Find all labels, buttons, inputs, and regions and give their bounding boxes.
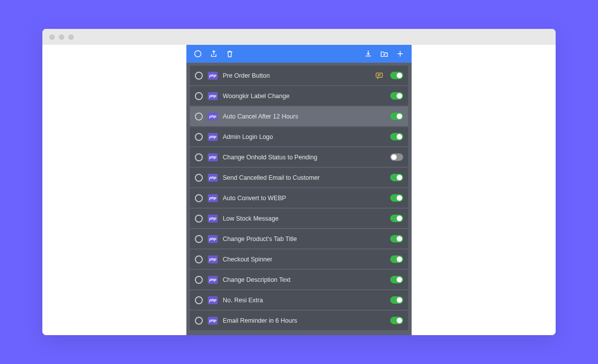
list-item[interactable]: phpPre Order Button: [190, 66, 408, 85]
list-item[interactable]: phpSend Cancelled Email to Customer: [190, 168, 408, 187]
svg-rect-1: [376, 73, 383, 77]
list-item[interactable]: phpChange Description Text: [190, 270, 408, 289]
browser-window: phpPre Order ButtonphpWoongkir Label Cha…: [42, 29, 556, 335]
select-radio[interactable]: [195, 255, 203, 263]
select-radio[interactable]: [195, 235, 203, 243]
note-icon[interactable]: [375, 72, 383, 79]
php-icon: php: [208, 194, 218, 202]
php-icon: php: [208, 296, 218, 304]
list-item[interactable]: phpNo. Resi Extra: [190, 290, 408, 310]
php-icon: php: [208, 153, 218, 161]
snippet-label: Change Description Text: [223, 276, 385, 283]
window-dot: [68, 34, 74, 40]
snippet-label: Change Product's Tab Title: [223, 236, 385, 243]
enable-toggle[interactable]: [390, 92, 403, 100]
select-radio[interactable]: [195, 72, 203, 80]
select-radio[interactable]: [195, 153, 203, 161]
php-icon: php: [208, 276, 218, 284]
php-icon: php: [208, 174, 218, 182]
list-item[interactable]: phpEmail Reminder in 6 Hours: [190, 311, 408, 330]
snippets-panel: phpPre Order ButtonphpWoongkir Label Cha…: [186, 45, 412, 335]
list-item[interactable]: phpAdmin Login Logo: [190, 127, 408, 146]
select-radio[interactable]: [195, 296, 203, 304]
select-radio[interactable]: [195, 317, 203, 325]
list-item[interactable]: phpLow Stock Message: [190, 209, 408, 228]
php-icon: php: [208, 235, 218, 243]
snippet-label: Auto Cancel After 12 Hours: [223, 113, 385, 120]
php-icon: php: [208, 72, 218, 80]
list-item[interactable]: phpChange Product's Tab Title: [190, 229, 408, 248]
snippets-list: phpPre Order ButtonphpWoongkir Label Cha…: [186, 63, 412, 335]
php-icon: php: [208, 133, 218, 141]
select-radio[interactable]: [195, 113, 203, 121]
enable-toggle[interactable]: [390, 194, 403, 202]
select-radio[interactable]: [195, 194, 203, 202]
enable-toggle[interactable]: [390, 296, 403, 304]
snippet-label: Email Reminder in 6 Hours: [223, 317, 385, 324]
enable-toggle[interactable]: [390, 72, 403, 79]
snippet-label: Change Onhold Status to Pending: [223, 154, 385, 161]
php-icon: php: [208, 92, 218, 100]
enable-toggle[interactable]: [390, 276, 403, 283]
snippet-label: Pre Order Button: [223, 72, 370, 79]
php-icon: php: [208, 113, 218, 121]
browser-titlebar: [42, 29, 556, 45]
enable-toggle[interactable]: [390, 113, 403, 120]
select-radio[interactable]: [195, 174, 203, 182]
enable-toggle[interactable]: [390, 317, 403, 324]
add-icon[interactable]: [396, 49, 405, 58]
list-item[interactable]: phpCheckout Spinner: [190, 249, 408, 269]
select-radio[interactable]: [195, 276, 203, 284]
trash-icon[interactable]: [225, 49, 234, 58]
select-radio[interactable]: [195, 133, 203, 141]
snippet-label: Admin Login Logo: [223, 133, 385, 140]
enable-toggle[interactable]: [390, 255, 403, 263]
php-icon: php: [208, 215, 218, 223]
enable-toggle[interactable]: [390, 153, 403, 161]
select-radio[interactable]: [195, 92, 203, 100]
window-dot: [49, 34, 55, 40]
snippet-label: No. Resi Extra: [223, 297, 385, 304]
toolbar: [186, 45, 412, 63]
php-icon: php: [208, 317, 218, 325]
enable-toggle[interactable]: [390, 215, 403, 222]
window-dot: [59, 34, 64, 40]
list-item[interactable]: phpAuto Cancel After 12 Hours: [190, 107, 408, 126]
list-item[interactable]: phpWoongkir Label Change: [190, 86, 408, 106]
import-icon[interactable]: [364, 49, 373, 58]
select-radio[interactable]: [195, 215, 203, 223]
svg-point-0: [195, 51, 201, 57]
viewport: phpPre Order ButtonphpWoongkir Label Cha…: [42, 45, 556, 335]
enable-toggle[interactable]: [390, 235, 403, 243]
enable-toggle[interactable]: [390, 174, 403, 181]
select-all-circle-icon[interactable]: [193, 49, 202, 58]
snippet-label: Auto Convert to WEBP: [223, 195, 385, 202]
share-icon[interactable]: [209, 49, 218, 58]
list-item[interactable]: phpAuto Convert to WEBP: [190, 188, 408, 208]
php-icon: php: [208, 255, 218, 263]
snippet-label: Send Cancelled Email to Customer: [223, 174, 385, 181]
enable-toggle[interactable]: [390, 133, 403, 140]
snippet-label: Woongkir Label Change: [223, 93, 385, 100]
list-item[interactable]: phpChange Onhold Status to Pending: [190, 147, 408, 167]
snippet-label: Low Stock Message: [223, 215, 385, 222]
snippet-label: Checkout Spinner: [223, 256, 385, 263]
new-folder-icon[interactable]: [380, 49, 389, 58]
